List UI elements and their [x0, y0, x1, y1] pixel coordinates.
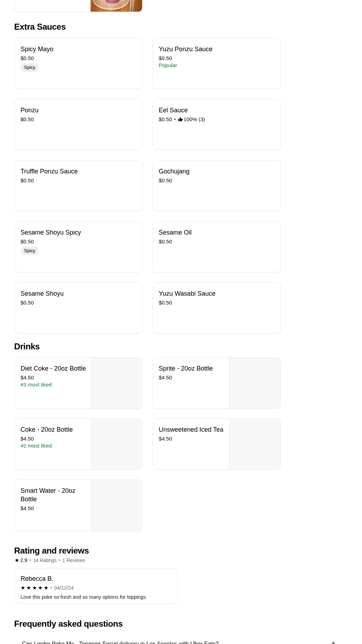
menu-item-body: Smart Water - 20oz Bottle$4.50	[21, 486, 91, 512]
menu-item-price-row: $0.50	[21, 177, 136, 184]
highlight-tag: #3 most liked	[21, 381, 91, 388]
review-date: 04/12/24	[54, 585, 74, 591]
menu-item-card[interactable]: Diet Coke - 20oz Bottle$4.50#3 most like…	[14, 357, 142, 409]
menu-item-card[interactable]: Spicy Mayo$0.50Spicy	[14, 38, 142, 89]
menu-item-price-row: $0.50	[159, 177, 275, 184]
menu-item-price: $0.50	[159, 238, 172, 245]
menu-item-name: Coke - 20oz Bottle	[21, 425, 91, 434]
section-title-rating-and-reviews: Rating and reviews	[14, 545, 362, 556]
rating-score: 2.9	[20, 557, 27, 563]
menu-item-name: Unsweetened Iced Tea	[159, 425, 229, 434]
review-text: Love this poke so fresh and so many opti…	[21, 594, 172, 600]
menu-item-body: Sprite - 20oz Bottle$4.50	[159, 364, 229, 381]
hero-menu-item-card[interactable]	[14, 0, 142, 12]
menu-item-card[interactable]: Truffle Ponzu Sauce$0.50	[14, 160, 142, 211]
menu-item-price: $0.50	[159, 177, 172, 184]
dot-separator: •	[174, 116, 176, 123]
menu-item-card[interactable]: Sesame Shoyu Spicy$0.50Spicy	[14, 221, 142, 272]
menu-item-body: Unsweetened Iced Tea$4.50	[159, 425, 229, 442]
menu-item-name: Yuzu Wasabi Sauce	[159, 289, 275, 298]
menu-item-name: Ponzu	[21, 106, 136, 114]
plus-icon[interactable]: +	[330, 639, 337, 644]
menu-item-name: Yuzu Ponzu Sauce	[159, 45, 275, 53]
menu-item-body: Coke - 20oz Bottle$4.50#2 most liked	[21, 425, 91, 449]
faq-question: Can I order Poke Me - Topanga Social del…	[22, 641, 218, 644]
menu-item-card[interactable]: Yuzu Wasabi Sauce$0.50	[153, 282, 281, 333]
menu-item-name: Sesame Oil	[159, 228, 275, 237]
menu-item-body: Sesame Shoyu$0.50	[21, 289, 136, 306]
menu-item-card[interactable]: Unsweetened Iced Tea$4.50	[153, 418, 281, 470]
menu-item-price-row: $0.50	[159, 238, 275, 245]
section-title-extra-sauces: Extra Sauces	[14, 21, 362, 33]
menu-item-price-row: $0.50	[159, 55, 275, 62]
menu-item-body: Yuzu Wasabi Sauce$0.50	[159, 289, 275, 306]
menu-item-price-row: $4.50	[159, 374, 229, 381]
menu-item-name: Sesame Shoyu Spicy	[21, 228, 136, 237]
star-icon: ★	[14, 557, 19, 563]
menu-item-price-row: $0.50	[21, 299, 136, 306]
item-photo-placeholder	[90, 419, 142, 469]
menu-item-card[interactable]: Coke - 20oz Bottle$4.50#2 most liked	[14, 418, 142, 470]
spicy-badge: Spicy	[21, 63, 39, 72]
menu-item-card[interactable]: Sesame Oil$0.50	[153, 221, 281, 272]
menu-item-body: Diet Coke - 20oz Bottle$4.50#3 most like…	[21, 364, 91, 388]
menu-item-body: Yuzu Ponzu Sauce$0.50Popular	[159, 45, 275, 69]
menu-item-card[interactable]: Ponzu$0.50	[14, 99, 142, 150]
menu-item-price: $4.50	[159, 374, 172, 381]
poke-bowl-photo	[90, 0, 142, 12]
menu-item-price: $0.50	[159, 299, 172, 306]
menu-item-body: Sesame Oil$0.50	[159, 228, 275, 245]
section-title-drinks: Drinks	[14, 341, 362, 352]
menu-item-card[interactable]: Yuzu Ponzu Sauce$0.50Popular	[153, 38, 281, 89]
menu-item-price-row: $0.50	[159, 299, 275, 306]
menu-item-price-row: $4.50	[21, 435, 91, 442]
menu-item-name: Diet Coke - 20oz Bottle	[21, 364, 91, 373]
menu-item-price-row: $0.50	[21, 116, 136, 123]
menu-item-price: $0.50	[21, 299, 34, 306]
menu-item-price-row: $4.50	[21, 505, 91, 512]
menu-item-price-row: $4.50	[21, 374, 91, 381]
menu-item-price-row: $0.50	[21, 55, 136, 62]
menu-item-body: Spicy Mayo$0.50Spicy	[21, 45, 136, 72]
menu-item-price: $0.50	[21, 238, 34, 245]
faq-item[interactable]: Can I order Poke Me - Topanga Social del…	[14, 630, 340, 644]
rating-summary: ★ 2.9 • 14 Ratings • 1 Reviews	[14, 557, 362, 563]
menu-item-name: Truffle Ponzu Sauce	[21, 167, 136, 176]
menu-item-name: Eel Sauce	[159, 106, 275, 114]
menu-item-price-row: $4.50	[159, 435, 229, 442]
item-photo-placeholder	[90, 480, 142, 531]
menu-item-name: Gochujang	[159, 167, 275, 176]
spicy-badge: Spicy	[21, 247, 39, 255]
dot-separator: •	[59, 557, 60, 563]
menu-item-body: Ponzu$0.50	[21, 106, 136, 123]
menu-item-price: $0.50	[159, 116, 172, 123]
menu-item-price: $0.50	[21, 55, 34, 62]
menu-item-price: $0.50	[159, 55, 172, 62]
item-photo-placeholder	[228, 419, 280, 469]
highlight-tag: #2 most liked	[21, 442, 91, 449]
menu-item-card[interactable]: Eel Sauce$0.50•100% (3)	[153, 99, 281, 150]
menu-item-body: Gochujang$0.50	[159, 167, 275, 184]
menu-item-price: $0.50	[21, 177, 34, 184]
menu-item-card[interactable]: Sesame Shoyu$0.50	[14, 282, 142, 333]
extra-sauces-grid: Spicy Mayo$0.50SpicyYuzu Ponzu Sauce$0.5…	[14, 38, 362, 333]
reviewer-name: Rebecca B.	[21, 575, 172, 583]
drinks-grid: Diet Coke - 20oz Bottle$4.50#3 most like…	[14, 357, 362, 531]
liked-percentage: 100% (3)	[183, 116, 205, 123]
review-meta: ★★★★★ • 04/12/24	[21, 585, 172, 591]
section-title-faq: Frequently asked questions	[14, 618, 362, 630]
menu-item-card[interactable]: Sprite - 20oz Bottle$4.50	[153, 357, 281, 409]
review-card: Rebecca B. ★★★★★ • 04/12/24 Love this po…	[14, 568, 178, 604]
menu-item-price: $4.50	[21, 435, 34, 442]
menu-item-price-row: $0.50	[21, 238, 136, 245]
thumbs-up-icon	[178, 117, 183, 122]
menu-item-name: Sesame Shoyu	[21, 289, 136, 298]
star-rating-icons: ★★★★★	[21, 585, 49, 591]
menu-item-body: Truffle Ponzu Sauce$0.50	[21, 167, 136, 184]
menu-item-body: Eel Sauce$0.50•100% (3)	[159, 106, 275, 123]
menu-item-card[interactable]: Smart Water - 20oz Bottle$4.50	[14, 479, 142, 531]
dot-separator: •	[29, 557, 31, 563]
item-photo-placeholder	[90, 358, 142, 408]
highlight-tag: Popular	[159, 62, 275, 69]
menu-item-card[interactable]: Gochujang$0.50	[153, 160, 281, 211]
